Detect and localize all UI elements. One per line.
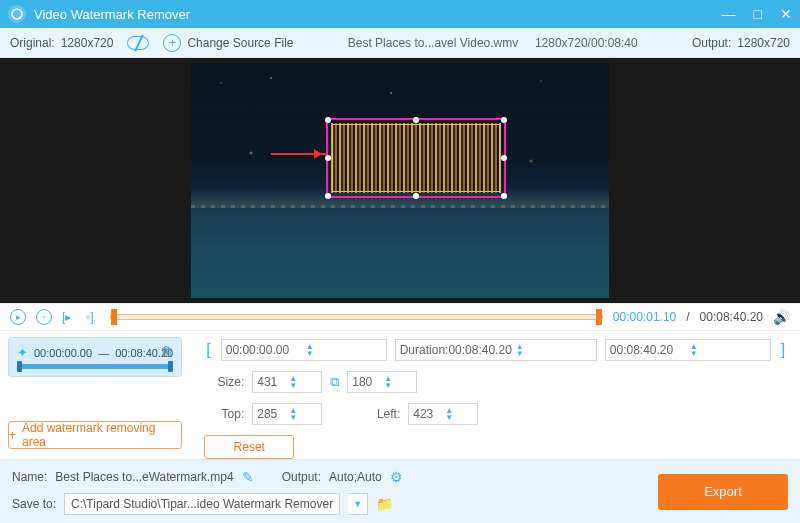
top-toolbar: Original: 1280x720 + Change Source File … — [0, 28, 800, 58]
reset-button[interactable]: Reset — [204, 435, 294, 459]
segment-row[interactable]: 🗑 ✦ 00:00:00.00 — 00:08:40.20 — [8, 337, 182, 377]
app-logo-icon — [8, 5, 26, 23]
maximize-button[interactable]: □ — [754, 6, 762, 22]
segment-range-bar[interactable] — [17, 364, 173, 369]
original-res: Original: 1280x720 — [10, 36, 113, 50]
video-frame — [191, 63, 609, 298]
output-format-label: Output: — [282, 470, 321, 484]
plus-icon: + — [163, 34, 181, 52]
start-time-input[interactable]: 00:00:00.00▲▼ — [221, 339, 387, 361]
end-time-input[interactable]: 00:08:40.20▲▼ — [605, 339, 771, 361]
mark-out-button[interactable]: ▫] — [86, 310, 100, 324]
open-folder-icon[interactable]: 📁 — [376, 496, 393, 512]
save-path-dropdown[interactable]: ▼ — [348, 493, 368, 515]
duration-input[interactable]: Duration:00:08:40.20▲▼ — [395, 339, 597, 361]
bottom-bar: Name: Best Places to...eWatermark.mp4 ✎ … — [0, 459, 800, 523]
left-input[interactable]: 423▲▼ — [408, 403, 478, 425]
bracket-in-icon[interactable]: [ — [204, 341, 212, 359]
parameters-panel: [ 00:00:00.00▲▼ Duration:00:08:40.20▲▼ 0… — [190, 331, 800, 459]
mark-in-button[interactable]: [▸ — [62, 310, 76, 324]
play-button[interactable]: ▸ — [10, 309, 26, 325]
minimize-button[interactable]: — — [722, 6, 736, 22]
selection-box[interactable] — [326, 118, 506, 198]
top-input[interactable]: 285▲▼ — [252, 403, 322, 425]
plus-icon: + — [9, 428, 16, 442]
top-label: Top: — [204, 407, 244, 421]
output-settings-icon[interactable]: ⚙ — [390, 469, 403, 485]
link-icon[interactable]: ⧉ — [330, 374, 339, 390]
segments-panel: 🗑 ✦ 00:00:00.00 — 00:08:40.20 + Add wate… — [0, 331, 190, 459]
wand-icon: ✦ — [17, 345, 28, 360]
titlebar: Video Watermark Remover — □ ✕ — [0, 0, 800, 28]
left-label: Left: — [360, 407, 400, 421]
timeline-start-marker[interactable] — [111, 309, 117, 325]
delete-segment-icon[interactable]: 🗑 — [160, 344, 173, 359]
output-format-value: Auto;Auto — [329, 470, 382, 484]
output-res: Output: 1280x720 — [692, 36, 790, 50]
window-title: Video Watermark Remover — [34, 7, 722, 22]
name-label: Name: — [12, 470, 47, 484]
stop-button[interactable]: ▫ — [36, 309, 52, 325]
close-button[interactable]: ✕ — [780, 6, 792, 22]
current-time: 00:00:01.10 — [613, 310, 676, 324]
preview-toggle-icon[interactable] — [127, 36, 149, 50]
bracket-out-icon[interactable]: ] — [779, 341, 787, 359]
segment-start: 00:00:00.00 — [34, 347, 92, 359]
width-input[interactable]: 431▲▼ — [252, 371, 322, 393]
annotation-arrow-icon — [271, 153, 326, 155]
change-source-button[interactable]: + Change Source File — [163, 34, 293, 52]
height-input[interactable]: 180▲▼ — [347, 371, 417, 393]
output-name: Best Places to...eWatermark.mp4 — [55, 470, 233, 484]
video-preview[interactable] — [0, 58, 800, 303]
player-controls: ▸ ▫ [▸ ▫] 00:00:01.10 / 00:08:40.20 🔊 — [0, 303, 800, 331]
export-button[interactable]: Export — [658, 474, 788, 510]
edit-name-icon[interactable]: ✎ — [242, 469, 254, 485]
total-time: 00:08:40.20 — [700, 310, 763, 324]
size-label: Size: — [204, 375, 244, 389]
save-to-label: Save to: — [12, 497, 56, 511]
timeline-track[interactable] — [110, 314, 603, 320]
timeline-end-marker[interactable] — [596, 309, 602, 325]
file-info: Best Places to...avel Video.wmv 1280x720… — [307, 36, 677, 50]
save-path-input[interactable]: C:\Tipard Studio\Tipar...ideo Watermark … — [64, 493, 340, 515]
add-watermark-area-button[interactable]: + Add watermark removing area — [8, 421, 182, 449]
volume-icon[interactable]: 🔊 — [773, 309, 790, 325]
